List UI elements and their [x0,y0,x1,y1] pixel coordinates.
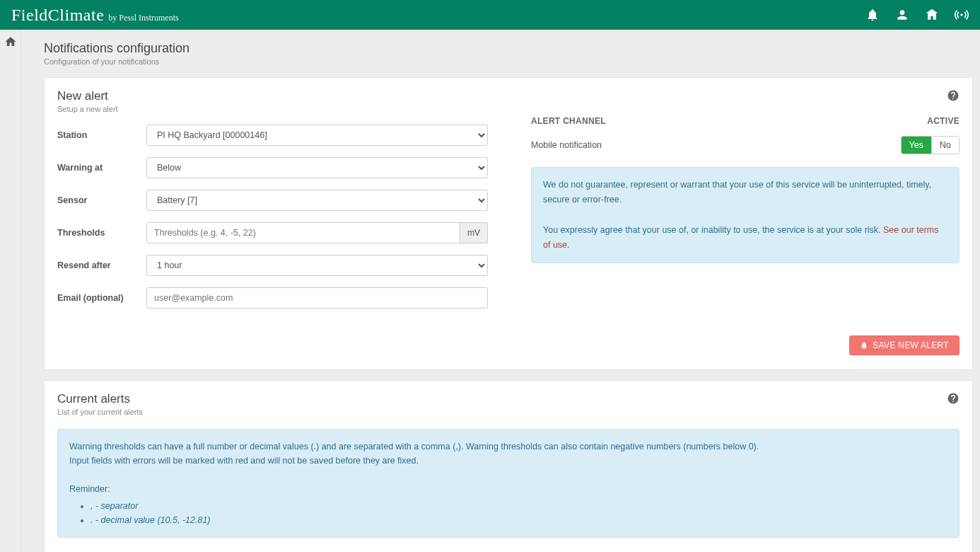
current-alerts-card: Current alerts List of your current aler… [44,380,973,552]
info-bullet2: . - decimal value (10.5, -12.81) [91,515,211,525]
threshold-unit: mV [460,222,488,243]
disclaimer-line1: We do not guarantee, represent or warran… [543,178,947,208]
label-email: Email (optional) [57,293,146,303]
page-subtitle: Configuration of your notifications [44,57,973,66]
help-icon[interactable] [947,392,959,405]
disclaimer-line2: You expressly agree that your use of, or… [543,225,883,235]
label-thresholds: Thresholds [57,228,146,238]
warning-select[interactable]: Below [146,157,488,178]
channel-toggle: Yes No [901,136,959,154]
thresholds-input[interactable] [146,222,460,243]
info-line1: Warning thresholds can have a full numbe… [69,439,947,454]
alerts-info-box: Warning thresholds can have a full numbe… [57,429,959,538]
info-line2: Input fields with errors will be marked … [69,454,947,468]
topbar-actions [865,8,969,22]
current-alerts-sub: List of your current alerts [57,408,143,416]
brand: FieldClimate by Pessl Instruments [11,6,179,23]
label-warning: Warning at [57,163,146,173]
bell-small-icon [860,341,868,350]
station-select[interactable]: PI HQ Backyard [00000146] [146,125,488,146]
main: Notifications configuration Configuratio… [21,30,980,552]
topbar: FieldClimate by Pessl Instruments [0,0,980,30]
sensor-select[interactable]: Battery [7] [146,190,488,211]
station-icon[interactable] [925,8,939,22]
home-icon[interactable] [4,35,17,48]
label-resend: Resend after [57,260,146,270]
help-icon[interactable] [947,89,959,102]
info-reminder: Reminder: [69,482,947,496]
channel-name: Mobile notification [531,140,602,150]
info-bullet1: , - separator [91,501,138,511]
label-station: Station [57,130,146,140]
email-input[interactable] [146,287,488,309]
sidebar [0,30,21,552]
new-alert-title: New alert [57,89,118,103]
new-alert-sub: Setup a new alert [57,105,118,113]
new-alert-card: New alert Setup a new alert Station PI H… [44,77,973,370]
brand-logo: FieldClimate [11,6,104,23]
channel-header: ALERT CHANNEL [531,116,606,126]
bell-icon[interactable] [865,8,880,22]
brand-byline: by Pessl Instruments [108,13,178,23]
channel-yes-button[interactable]: Yes [902,137,932,154]
channel-no-button[interactable]: No [932,137,959,154]
disclaimer-box: We do not guarantee, represent or warran… [531,167,959,263]
current-alerts-title: Current alerts [57,392,143,406]
active-header: ACTIVE [927,116,959,126]
user-icon[interactable] [895,8,909,22]
save-new-alert-button[interactable]: SAVE NEW ALERT [849,335,959,355]
resend-select[interactable]: 1 hour [146,255,488,276]
label-sensor: Sensor [57,195,146,205]
broadcast-icon[interactable] [955,8,969,22]
page-title: Notifications configuration [44,41,973,56]
